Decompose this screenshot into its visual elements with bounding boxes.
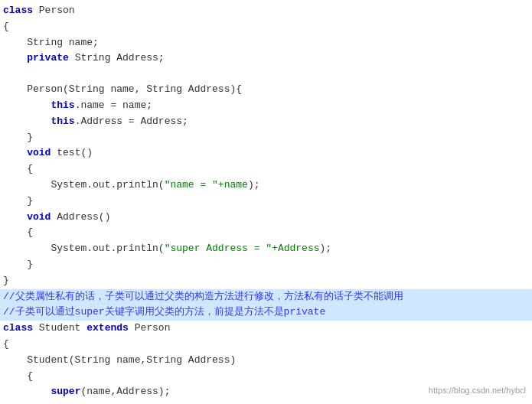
- code-line: }: [0, 273, 532, 289]
- code-line: private String Address;: [0, 50, 532, 67]
- code-line: void Address(): [0, 210, 532, 226]
- code-line: {: [0, 225, 532, 241]
- line-content: void Address(): [3, 210, 526, 226]
- line-content: //父类属性私有的话，子类可以通过父类的构造方法进行修改，方法私有的话子类不能调…: [3, 289, 526, 305]
- code-line: Student(String name,String Address): [0, 353, 532, 369]
- code-token: [3, 116, 51, 127]
- code-token: Address(): [51, 211, 110, 223]
- line-content: }: [3, 130, 526, 146]
- code-token: (name,Address);: [80, 386, 170, 397]
- line-content: {: [3, 161, 526, 178]
- code-token: [3, 211, 27, 223]
- code-line: [0, 67, 532, 82]
- code-token: String Address;: [69, 52, 165, 64]
- code-line: String name;: [0, 35, 532, 51]
- code-token: out: [93, 243, 110, 254]
- code-token: {: [3, 21, 9, 32]
- code-line: {: [0, 369, 532, 385]
- line-content: }: [3, 257, 526, 273]
- code-token: {: [3, 163, 33, 174]
- code-token: //子类可以通过super关键字调用父类的方法，前提是方法不是private: [3, 305, 526, 321]
- code-token: [3, 52, 27, 64]
- line-content: }: [3, 194, 526, 210]
- code-token: {: [3, 338, 9, 350]
- code-token: .println(: [110, 179, 164, 191]
- code-token: out: [93, 179, 110, 191]
- code-line: {: [0, 337, 532, 353]
- code-line: }: [0, 257, 532, 273]
- code-token: Person: [129, 322, 171, 334]
- line-content: class Student extends Person: [3, 321, 526, 337]
- code-token: );: [320, 243, 332, 254]
- code-token: );: [248, 179, 260, 191]
- code-token: //父类属性私有的话，子类可以通过父类的构造方法进行修改，方法私有的话子类不能调…: [3, 289, 526, 305]
- code-token: }: [3, 275, 9, 286]
- code-token: Student(String name,String Address): [3, 354, 236, 366]
- code-token: Student: [33, 322, 86, 334]
- code-token: {: [3, 226, 33, 238]
- code-token: Person(String name, String Address){: [3, 83, 242, 95]
- line-content: this.name = name;: [3, 98, 526, 114]
- line-content: {: [3, 337, 526, 353]
- line-content: {: [3, 369, 526, 385]
- code-token: System.: [3, 179, 93, 191]
- code-line: this.name = name;: [0, 98, 532, 114]
- code-token: [3, 147, 27, 158]
- line-content: Person(String name, String Address){: [3, 82, 526, 98]
- code-line: }: [0, 130, 532, 146]
- code-token: .Address = Address;: [75, 116, 188, 127]
- line-content: System.out.println("super Address = "+Ad…: [3, 241, 526, 257]
- code-line: this.Address = Address;: [0, 114, 532, 130]
- code-token: "name = "+name: [165, 179, 248, 191]
- line-content: Student(String name,String Address): [3, 353, 526, 369]
- line-content: this.Address = Address;: [3, 114, 526, 130]
- code-line: {: [0, 19, 532, 35]
- code-token: this: [51, 116, 74, 127]
- code-token: void: [27, 147, 51, 158]
- code-token: .name = name;: [75, 99, 152, 111]
- code-token: super: [51, 386, 80, 397]
- code-token: class: [3, 322, 33, 334]
- code-token: void: [27, 211, 51, 223]
- code-token: "super Address = "+Address: [165, 243, 320, 254]
- line-content: private String Address;: [3, 50, 526, 67]
- code-line: //父类属性私有的话，子类可以通过父类的构造方法进行修改，方法私有的话子类不能调…: [0, 289, 532, 305]
- code-token: [3, 386, 51, 397]
- line-content: String name;: [3, 35, 526, 51]
- code-line: System.out.println("name = "+name);: [0, 178, 532, 194]
- code-token: Person: [33, 5, 75, 16]
- line-content: {: [3, 19, 526, 35]
- code-line: System.out.println("super Address = "+Ad…: [0, 241, 532, 257]
- line-content: void test(): [3, 145, 526, 161]
- code-token: }: [3, 195, 33, 207]
- watermark: https://blog.csdn.net/hybcl: [429, 384, 526, 398]
- code-token: test(): [51, 147, 93, 158]
- code-token: this: [51, 99, 74, 111]
- code-token: extends: [86, 322, 129, 334]
- line-content: class Person: [3, 3, 526, 19]
- code-line: Person(String name, String Address){: [0, 82, 532, 98]
- line-content: {: [3, 225, 526, 241]
- code-line: {: [0, 161, 532, 178]
- code-line: void test(): [0, 145, 532, 161]
- code-line: //子类可以通过super关键字调用父类的方法，前提是方法不是private: [0, 305, 532, 321]
- code-line: class Person: [0, 3, 532, 19]
- code-token: private: [27, 52, 69, 64]
- code-token: class: [3, 5, 33, 16]
- code-token: }: [3, 132, 33, 143]
- code-token: .println(: [110, 243, 164, 254]
- code-token: }: [3, 259, 33, 270]
- code-token: [3, 99, 51, 111]
- code-token: {: [3, 370, 33, 382]
- code-viewer: class Person{ String name; private Strin…: [0, 0, 532, 404]
- line-content: }: [3, 273, 526, 289]
- code-line: class Student extends Person: [0, 321, 532, 337]
- line-content: System.out.println("name = "+name);: [3, 178, 526, 194]
- code-token: String name;: [3, 37, 99, 48]
- code-line: }: [0, 194, 532, 210]
- line-content: //子类可以通过super关键字调用父类的方法，前提是方法不是private: [3, 305, 526, 321]
- code-token: System.: [3, 243, 93, 254]
